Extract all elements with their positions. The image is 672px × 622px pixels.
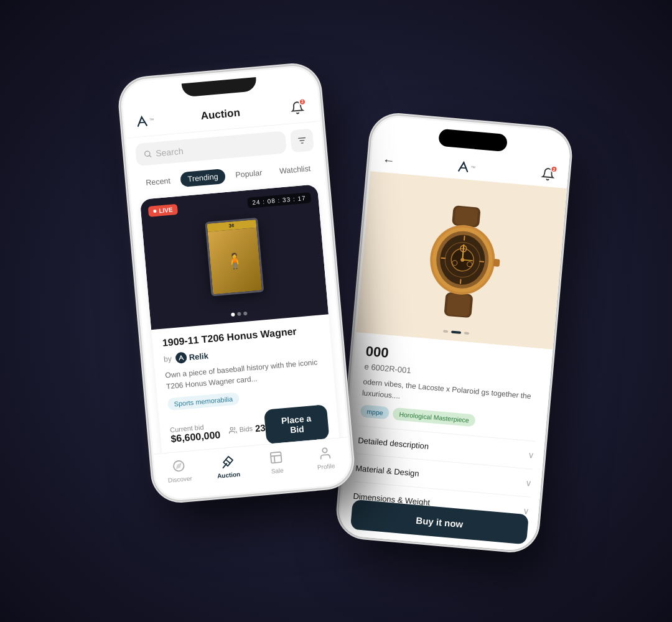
phone-1-auction-screen: ™ Auction 2 Search xyxy=(119,63,354,502)
nav-profile[interactable]: Profile xyxy=(306,444,345,471)
svg-line-25 xyxy=(441,258,445,259)
nav-sale-label: Sale xyxy=(271,467,284,475)
dot-2 xyxy=(237,312,241,317)
dot-1 xyxy=(231,312,235,317)
profile-icon xyxy=(317,445,333,462)
svg-point-8 xyxy=(322,448,327,453)
tab-recent[interactable]: Recent xyxy=(138,173,178,191)
svg-line-2 xyxy=(300,141,304,141)
tag-horological: Horological Masterpiece xyxy=(393,407,476,427)
auction-icon xyxy=(220,453,236,470)
tab-popular[interactable]: Popular xyxy=(227,165,270,183)
p2-dot-2 xyxy=(451,331,461,334)
svg-line-1 xyxy=(299,137,306,138)
nav-discover-label: Discover xyxy=(168,475,193,483)
card-figure: 🧍 xyxy=(207,228,262,295)
item-detail-content: 000 e 6002R-001 odern vibes, the Lacoste… xyxy=(338,332,555,552)
notification-badge: 2 xyxy=(298,98,306,106)
sale-icon xyxy=(268,449,284,465)
seller-badge: Relik xyxy=(175,350,208,364)
live-dot xyxy=(153,210,156,213)
svg-line-23 xyxy=(464,236,465,240)
bids-number: 23 xyxy=(254,422,266,433)
countdown-timer: 24 : 08 : 33 : 17 xyxy=(247,192,312,208)
svg-marker-6 xyxy=(176,463,181,468)
phones-container: ™ Auction 2 Search xyxy=(118,47,554,575)
svg-line-26 xyxy=(480,261,483,262)
svg-rect-15 xyxy=(493,259,500,267)
notification-button[interactable]: 2 xyxy=(286,96,309,119)
auction-card[interactable]: LIVE 24 : 08 : 33 : 17 3¢ 🧍 1909-11 T206… xyxy=(140,184,340,462)
page-title: Auction xyxy=(200,106,241,122)
by-label: by xyxy=(164,355,172,364)
tab-trending[interactable]: Trending xyxy=(180,169,226,187)
nav-auction[interactable]: Auction xyxy=(208,453,248,480)
place-bid-button[interactable]: Place a Bid xyxy=(264,404,329,445)
phone2-logo: ™ xyxy=(456,157,477,177)
accordion-label-2: Material & Design xyxy=(355,463,420,478)
filter-icon xyxy=(297,135,307,146)
image-carousel-dots xyxy=(443,330,469,335)
category-tag: Sports memorabilia xyxy=(167,392,240,411)
svg-rect-12 xyxy=(446,294,470,317)
tag-lappe: mppe xyxy=(360,404,390,419)
svg-rect-10 xyxy=(454,207,478,226)
nav-discover[interactable]: Discover xyxy=(160,457,199,485)
bids-icon xyxy=(228,425,237,434)
accordion-label-1: Detailed description xyxy=(358,435,429,451)
item-card-display: 3¢ 🧍 xyxy=(205,218,264,297)
phone2-notification-badge: 2 xyxy=(550,165,558,173)
nav-auction-label: Auction xyxy=(217,471,241,480)
dot-3 xyxy=(243,312,248,316)
seller-name: Relik xyxy=(189,351,208,362)
app-logo: ™ xyxy=(134,111,155,131)
seller-icon xyxy=(175,351,187,364)
phone2-notification-button[interactable]: 2 xyxy=(536,163,559,186)
compass-icon xyxy=(171,458,187,474)
current-bid-block: Current bid $6,600,000 xyxy=(170,422,221,445)
phone-2-detail-screen: ← ™ 2 xyxy=(337,113,572,552)
watch-image xyxy=(401,193,524,327)
chevron-down-icon-1: ∨ xyxy=(528,450,534,460)
tab-watchlist[interactable]: Watchlist xyxy=(271,160,319,179)
search-icon xyxy=(143,149,152,159)
p2-dot-3 xyxy=(464,332,469,335)
image-dots xyxy=(231,312,247,317)
card-image-area: LIVE 24 : 08 : 33 : 17 3¢ 🧍 xyxy=(140,184,329,330)
filter-button[interactable] xyxy=(290,128,314,152)
back-button[interactable]: ← xyxy=(382,152,396,168)
item-image-area xyxy=(356,171,568,350)
svg-line-24 xyxy=(460,280,461,284)
live-badge: LIVE xyxy=(148,204,179,217)
p2-dot-1 xyxy=(443,330,448,333)
svg-rect-7 xyxy=(271,452,282,463)
bids-count-block: Bids 23 xyxy=(228,422,266,435)
search-placeholder: Search xyxy=(156,146,184,159)
nav-profile-label: Profile xyxy=(317,462,335,470)
chevron-down-icon-2: ∨ xyxy=(525,478,532,488)
nav-sale[interactable]: Sale xyxy=(257,448,296,476)
bids-label: Bids xyxy=(239,425,253,434)
svg-point-4 xyxy=(230,427,233,430)
